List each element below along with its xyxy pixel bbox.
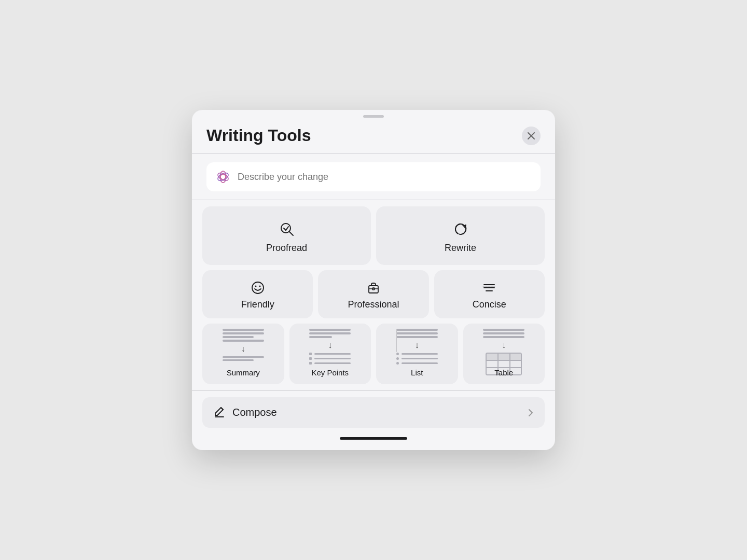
concise-icon xyxy=(482,281,496,295)
drag-handle xyxy=(192,110,555,121)
drag-handle-bar xyxy=(363,115,384,118)
compose-icon xyxy=(214,407,225,418)
concise-label: Concise xyxy=(473,299,506,310)
professional-button[interactable]: Professional xyxy=(318,270,428,318)
summary-label: Summary xyxy=(227,368,260,377)
close-button[interactable] xyxy=(522,127,541,145)
summary-preview: ↓ xyxy=(223,329,264,365)
list-label: List xyxy=(411,368,423,377)
svg-line-7 xyxy=(286,227,288,230)
describe-change-input[interactable] xyxy=(238,172,532,183)
key-points-preview: ↓ xyxy=(309,329,351,365)
rewrite-label: Rewrite xyxy=(445,243,476,254)
proofread-button[interactable]: Proofread xyxy=(202,206,371,265)
home-indicator xyxy=(340,437,407,440)
rewrite-button[interactable]: Rewrite xyxy=(376,206,545,265)
bottom-bar xyxy=(192,437,555,440)
list-button[interactable]: ↓ xyxy=(376,324,458,384)
close-icon xyxy=(528,132,535,139)
list-preview-container: ↓ xyxy=(396,329,438,365)
concise-button[interactable]: Concise xyxy=(434,270,545,318)
section-divider xyxy=(192,200,555,200)
professional-label: Professional xyxy=(348,299,399,310)
ai-icon xyxy=(215,169,231,185)
svg-point-3 xyxy=(216,171,229,182)
summary-button[interactable]: ↓ Summary xyxy=(202,324,284,384)
friendly-icon xyxy=(251,281,265,295)
svg-line-21 xyxy=(221,408,223,410)
svg-point-0 xyxy=(220,174,226,179)
search-bar[interactable] xyxy=(206,162,541,191)
tools-grid: Proofread Rewrite xyxy=(192,206,555,384)
compose-left: Compose xyxy=(214,407,277,418)
svg-point-11 xyxy=(255,286,256,287)
compose-label: Compose xyxy=(232,407,277,418)
svg-rect-13 xyxy=(369,286,378,293)
table-label: Table xyxy=(494,368,513,377)
row-format: ↓ Summary ↓ xyxy=(202,324,545,384)
svg-point-10 xyxy=(252,282,264,293)
table-button[interactable]: ↓ Table xyxy=(463,324,545,384)
page-title: Writing Tools xyxy=(206,126,311,145)
svg-point-12 xyxy=(259,286,260,287)
rewrite-icon xyxy=(452,221,469,237)
table-preview-container: ↓ xyxy=(483,329,524,365)
compose-divider xyxy=(192,390,555,391)
header-divider xyxy=(192,153,555,154)
header: Writing Tools xyxy=(192,121,555,153)
proofread-icon xyxy=(279,221,295,237)
row-tone: Friendly Professional xyxy=(202,270,545,318)
writing-tools-sheet: Writing Tools xyxy=(192,110,555,450)
proofread-label: Proofread xyxy=(266,243,307,254)
friendly-label: Friendly xyxy=(241,299,274,310)
professional-icon xyxy=(366,281,381,295)
friendly-button[interactable]: Friendly xyxy=(202,270,313,318)
chevron-right-icon xyxy=(528,409,533,417)
key-points-button[interactable]: ↓ xyxy=(289,324,371,384)
svg-line-5 xyxy=(289,232,293,235)
compose-button[interactable]: Compose xyxy=(202,397,545,428)
row-proofread-rewrite: Proofread Rewrite xyxy=(202,206,545,265)
key-points-label: Key Points xyxy=(311,368,349,377)
